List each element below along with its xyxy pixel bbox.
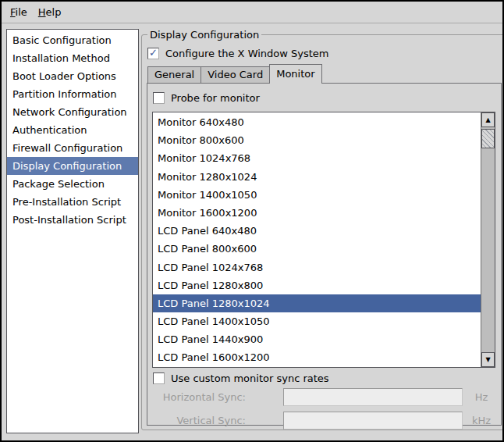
sidebar-item-partition-information[interactable]: Partition Information (7, 85, 138, 103)
monitor-list-item[interactable]: Monitor 640x480 (153, 113, 481, 131)
monitor-list-item[interactable]: LCD Panel 1280x800 (153, 276, 481, 294)
menu-help[interactable]: Help (33, 4, 67, 20)
menu-help-accel: H (38, 6, 46, 18)
custom-sync-label: Use custom monitor sync rates (171, 372, 329, 384)
main-panel: Display Configuration ✓ Configure the X … (141, 29, 500, 433)
monitor-list-item-selected[interactable]: LCD Panel 1280x1024 (153, 294, 481, 312)
scrollbar-trough[interactable] (481, 148, 495, 352)
menu-help-rest: elp (46, 6, 62, 18)
menu-file-rest: ile (16, 6, 27, 18)
monitor-tab-panel: Probe for monitor Monitor 640x480 Monito… (147, 83, 502, 426)
configure-x-label: Configure the X Window System (165, 48, 329, 59)
vertical-sync-label: Vertical Sync: (152, 415, 246, 426)
sidebar-item-network-configuration[interactable]: Network Configuration (7, 103, 138, 121)
monitor-list-item[interactable]: LCD Panel 800x600 (153, 240, 481, 258)
custom-sync-checkbox[interactable] (153, 372, 165, 384)
scrollbar-thumb[interactable] (481, 129, 495, 148)
sidebar-nav: Basic Configuration Installation Method … (6, 29, 139, 433)
configure-x-checkbox[interactable]: ✓ (147, 48, 159, 59)
menubar: File Help (2, 2, 502, 23)
sidebar-item-basic-configuration[interactable]: Basic Configuration (7, 31, 138, 49)
sidebar-item-package-selection[interactable]: Package Selection (7, 175, 138, 193)
monitor-list-item[interactable]: LCD Panel 1440x900 (153, 330, 481, 348)
sidebar-item-installation-method[interactable]: Installation Method (7, 49, 138, 67)
sidebar-item-post-installation-script[interactable]: Post-Installation Script (7, 211, 138, 229)
arrow-down-icon: ▼ (485, 357, 490, 363)
probe-monitor-label: Probe for monitor (171, 92, 260, 104)
vertical-sync-row: Vertical Sync: kHz (152, 412, 495, 430)
tab-bar: General Video Card Monitor (147, 64, 502, 83)
vertical-scrollbar[interactable]: ▲ ▼ (481, 112, 495, 367)
horizontal-sync-input[interactable] (283, 388, 463, 406)
sidebar-item-firewall-configuration[interactable]: Firewall Configuration (7, 139, 138, 157)
horizontal-sync-row: Horizontal Sync: Hz (152, 388, 495, 406)
scroll-down-button[interactable]: ▼ (481, 352, 495, 367)
app-window: File Help Basic Configuration Installati… (0, 0, 504, 442)
monitor-listbox: Monitor 640x480 Monitor 800x600 Monitor … (152, 112, 495, 368)
monitor-list-item[interactable]: LCD Panel 640x480 (153, 222, 481, 240)
horizontal-sync-label: Horizontal Sync: (152, 391, 246, 403)
monitor-list: Monitor 640x480 Monitor 800x600 Monitor … (153, 112, 481, 367)
monitor-list-item[interactable]: Monitor 1400x1050 (153, 186, 481, 204)
monitor-list-item[interactable]: LCD Panel 1600x1200 (153, 348, 481, 366)
probe-monitor-checkbox[interactable] (153, 92, 165, 104)
monitor-list-item[interactable]: LCD Panel 1400x1050 (153, 312, 481, 330)
menu-file[interactable]: File (5, 4, 33, 20)
arrow-up-icon: ▲ (485, 117, 490, 123)
display-configuration-frame: Display Configuration ✓ Configure the X … (141, 29, 504, 430)
monitor-list-item[interactable]: Monitor 1600x1200 (153, 204, 481, 222)
sidebar-item-boot-loader-options[interactable]: Boot Loader Options (7, 67, 138, 85)
tab-general[interactable]: General (147, 66, 201, 83)
monitor-list-item[interactable]: Monitor 800x600 (153, 131, 481, 149)
tab-video-card[interactable]: Video Card (201, 66, 270, 83)
custom-sync-row: Use custom monitor sync rates (153, 371, 495, 385)
content-area: Basic Configuration Installation Method … (2, 23, 502, 440)
probe-monitor-row: Probe for monitor (153, 91, 495, 105)
vertical-sync-unit: kHz (467, 415, 495, 426)
sidebar-item-authentication[interactable]: Authentication (7, 121, 138, 139)
sidebar-item-pre-installation-script[interactable]: Pre-Installation Script (7, 193, 138, 211)
monitor-list-item[interactable]: Monitor 1280x1024 (153, 168, 481, 186)
frame-title: Display Configuration (147, 29, 261, 41)
monitor-list-item[interactable]: LCD Panel 1024x768 (153, 258, 481, 276)
vertical-sync-input[interactable] (283, 412, 463, 430)
monitor-list-item[interactable]: Monitor 1024x768 (153, 149, 481, 167)
scroll-up-button[interactable]: ▲ (481, 112, 495, 127)
check-icon: ✓ (149, 48, 158, 58)
configure-x-row: ✓ Configure the X Window System (147, 46, 502, 60)
horizontal-sync-unit: Hz (467, 391, 495, 403)
tab-monitor[interactable]: Monitor (269, 64, 321, 84)
sidebar-item-display-configuration[interactable]: Display Configuration (7, 157, 138, 175)
display-notebook: General Video Card Monitor Probe for mon… (147, 64, 502, 426)
